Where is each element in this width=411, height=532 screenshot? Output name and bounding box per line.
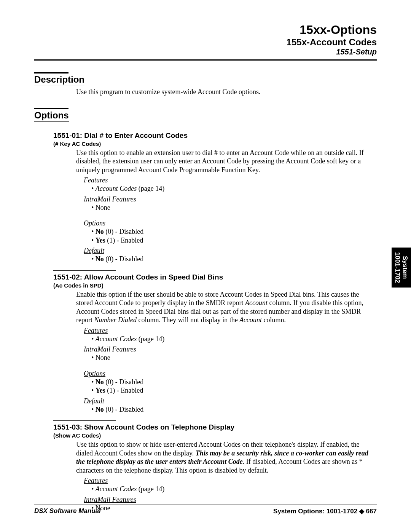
opt2-feature-item: • Account Codes (page 14) xyxy=(91,335,377,343)
opt2-options-label: Options xyxy=(84,370,377,378)
opt2-text-7: column. xyxy=(262,316,286,324)
opt1-default-item: • No (0) - Disabled xyxy=(91,255,377,264)
opt1-default-label: Default xyxy=(84,247,377,255)
opt1-heading: 1551-01: Dial # to Enter Account Codes xyxy=(53,131,377,140)
opt-rule-1 xyxy=(53,129,116,129)
header-subtitle: 155x-Account Codes xyxy=(34,37,377,48)
opt1-feature-name: Account Codes xyxy=(96,185,137,192)
opt1-options-label: Options xyxy=(84,219,377,227)
opt2-text-2: Account xyxy=(245,299,268,307)
description-heading: Description xyxy=(34,74,84,86)
opt2-text-6: Account xyxy=(239,316,262,324)
opt2-default-bold: No xyxy=(96,406,104,413)
opt1-option-yes: • Yes (1) - Enabled xyxy=(91,236,377,245)
footer-left: DSX Software Manual xyxy=(34,507,101,515)
opt3-intramail-label: IntraMail Features xyxy=(84,496,377,504)
opt2-intramail-label: IntraMail Features xyxy=(84,345,377,353)
options-heading: Options xyxy=(34,110,69,122)
opt2-subheading: (Ac Codes in SPD) xyxy=(53,282,377,289)
opt1-features-label: Features xyxy=(84,176,377,184)
opt1-intramail-item: • None xyxy=(91,203,377,212)
opt3-feature-item: • Account Codes (page 14) xyxy=(91,485,377,494)
side-tab-line1: System xyxy=(401,256,409,279)
opt2-text: Enable this option if the user should be… xyxy=(34,290,377,324)
header-rule xyxy=(34,59,377,61)
opt1-intramail-value: None xyxy=(96,204,110,211)
page-header: 15xx-Options 155x-Account Codes 1551-Set… xyxy=(34,23,377,56)
opt1-option-no-bold: No xyxy=(96,228,104,235)
opt2-text-4: Number Dialed xyxy=(94,316,137,324)
opt1-text: Use this option to enable an extension u… xyxy=(34,149,377,174)
opt2-default-item: • No (0) - Disabled xyxy=(91,405,377,414)
opt1-subheading: (# Key AC Codes) xyxy=(53,141,377,147)
opt3-subheading: (Show AC Codes) xyxy=(53,432,377,439)
side-tab-line2: 1001-1702 xyxy=(394,252,401,283)
opt1-option-yes-bold: Yes xyxy=(96,236,105,244)
footer-right: System Options: 1001-1702 ◆ 667 xyxy=(273,507,377,515)
opt2-features-label: Features xyxy=(84,327,377,335)
opt3-heading: 1551-03: Show Account Codes on Telephone… xyxy=(53,423,377,431)
opt2-option-no-rest: (0) - Disabled xyxy=(104,378,143,386)
opt2-feature-name: Account Codes xyxy=(96,335,137,343)
opt2-default-rest: (0) - Disabled xyxy=(104,406,143,413)
description-text: Use this program to customize system-wid… xyxy=(34,88,377,96)
header-setup: 1551-Setup xyxy=(34,48,377,56)
header-title: 15xx-Options xyxy=(34,23,377,37)
opt2-intramail-item: • None xyxy=(91,353,377,362)
opt2-option-no: • No (0) - Disabled xyxy=(91,378,377,387)
opt1-default-rest: (0) - Disabled xyxy=(104,255,143,263)
opt1-option-no-rest: (0) - Disabled xyxy=(104,228,143,235)
opt2-feature-page: (page 14) xyxy=(137,335,164,343)
opt1-feature-page: (page 14) xyxy=(137,185,164,192)
opt2-text-5: column. They will not display in the xyxy=(137,316,239,324)
opt1-option-no: • No (0) - Disabled xyxy=(91,227,377,236)
opt1-intramail-label: IntraMail Features xyxy=(84,195,377,203)
opt2-option-no-bold: No xyxy=(96,378,104,386)
opt2-option-yes: • Yes (1) - Enabled xyxy=(91,386,377,395)
opt3-text: Use this option to show or hide user-ent… xyxy=(34,440,377,474)
opt1-default-bold: No xyxy=(96,255,104,263)
side-tab: System 1001-1702 xyxy=(392,248,411,288)
opt3-feature-name: Account Codes xyxy=(96,485,137,493)
opt1-feature-item: • Account Codes (page 14) xyxy=(91,184,377,193)
opt-rule-3 xyxy=(53,420,116,421)
opt2-option-yes-bold: Yes xyxy=(96,387,105,394)
page-footer: DSX Software Manual System Options: 1001… xyxy=(34,505,377,515)
opt3-features-label: Features xyxy=(84,477,377,485)
opt2-heading: 1551-02: Allow Account Codes in Speed Di… xyxy=(53,273,377,281)
opt-rule-2 xyxy=(53,270,116,271)
opt3-feature-page: (page 14) xyxy=(137,485,164,493)
opt1-option-yes-rest: (1) - Enabled xyxy=(105,236,143,244)
opt2-default-label: Default xyxy=(84,397,377,405)
opt2-option-yes-rest: (1) - Enabled xyxy=(105,387,143,394)
opt2-intramail-value: None xyxy=(96,354,110,361)
